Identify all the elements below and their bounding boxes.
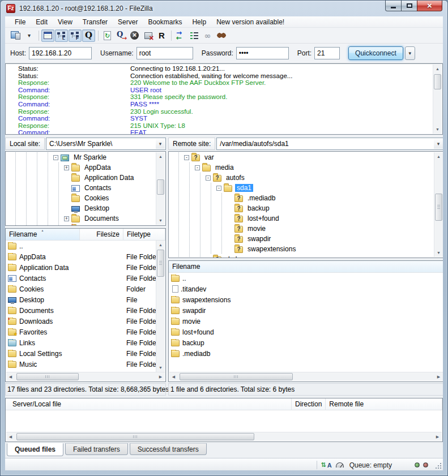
sync-browsing-button[interactable] (201, 29, 214, 42)
scroll-up-button[interactable]: ▲ (156, 152, 165, 161)
scroll-down-button[interactable]: ▼ (156, 363, 165, 372)
file-row[interactable]: DocumentsFile Folder (6, 305, 156, 316)
file-row[interactable]: movie (169, 316, 443, 327)
log-scrollbar[interactable]: ▲ ▼ (433, 65, 442, 134)
menu-item-file[interactable]: File (10, 17, 31, 27)
tree-item[interactable]: -media (169, 162, 434, 173)
transfer-type-icon[interactable] (321, 461, 332, 469)
tree-item[interactable]: +Documents (6, 213, 156, 224)
scroll-left-button[interactable]: ◀ (6, 432, 15, 441)
tree-item[interactable]: -autofs (169, 173, 434, 183)
scroll-left-button[interactable]: ◀ (6, 372, 15, 381)
expander-icon[interactable]: + (64, 216, 69, 221)
tree-item[interactable]: Application Data (6, 173, 156, 183)
expander-icon[interactable]: - (216, 186, 221, 191)
resize-grip[interactable] (434, 462, 442, 470)
tree-item[interactable]: movie (169, 224, 434, 234)
tree-item-selected[interactable]: -sda1 (169, 183, 434, 193)
tree-item[interactable]: lost+found (169, 213, 434, 224)
toggle-remote-tree-button[interactable]: F (69, 29, 82, 42)
file-row[interactable]: FavoritesFile Folder (6, 327, 156, 337)
expander-icon[interactable]: - (195, 165, 200, 170)
menu-item-bookmarks[interactable]: Bookmarks (143, 17, 187, 27)
tree-item[interactable]: +Downloads (6, 224, 156, 225)
menu-item-transfer[interactable]: Transfer (78, 17, 113, 27)
host-input[interactable] (29, 47, 92, 59)
local-site-combobox[interactable]: C:\Users\Mr Sparkle\ (46, 138, 166, 150)
scroll-right-button[interactable]: ▶ (156, 372, 165, 381)
scroll-up-button[interactable]: ▲ (434, 152, 443, 161)
file-row[interactable]: Local SettingsFile Folder (6, 348, 156, 359)
tree-item[interactable]: -var (169, 152, 434, 162)
file-row[interactable]: .titandev (169, 284, 443, 294)
scrollbar-thumb[interactable] (157, 250, 164, 277)
quickconnect-button[interactable]: Quickconnect (348, 46, 403, 60)
quickconnect-dropdown-button[interactable] (405, 46, 415, 60)
menu-item-help[interactable]: Help (187, 17, 211, 27)
site-manager-dropdown-button[interactable] (23, 29, 36, 42)
scroll-up-button[interactable]: ▲ (433, 65, 442, 73)
queue-column-remote-file[interactable]: Remote file (326, 398, 442, 410)
file-row[interactable]: lost+found (169, 327, 443, 337)
remote-tree-scrollbar[interactable]: ▲ ▼ (434, 152, 443, 257)
file-row[interactable]: .mediadb (169, 348, 443, 359)
chevron-down-icon[interactable] (434, 139, 443, 149)
tree-item[interactable]: backup (169, 203, 434, 213)
tab-failed-transfers[interactable]: Failed transfers (65, 443, 128, 455)
column-header-filename[interactable]: Filename (6, 229, 80, 240)
reconnect-button[interactable]: R (155, 29, 168, 42)
file-row[interactable]: swapdir (169, 305, 443, 316)
speed-limit-icon[interactable] (336, 462, 344, 468)
port-input[interactable] (314, 47, 340, 59)
file-row[interactable]: swapextensions (169, 294, 443, 305)
file-row[interactable]: DownloadsFile Folder (6, 316, 156, 327)
local-list-vscrollbar[interactable]: ▲ ▼ (156, 241, 165, 372)
cancel-button[interactable] (128, 29, 141, 42)
scroll-left-button[interactable]: ◀ (169, 372, 178, 381)
column-header-filesize[interactable]: Filesize (80, 229, 123, 240)
menu-item-edit[interactable]: Edit (31, 17, 53, 27)
directory-comparison-button[interactable] (174, 29, 187, 42)
file-row[interactable]: CookiesFolder (6, 284, 156, 294)
queue-hscrollbar[interactable]: ◀ ▶ (6, 432, 442, 441)
maximize-button[interactable] (401, 1, 417, 11)
tree-item[interactable]: Desktop (6, 203, 156, 213)
tab-successful-transfers[interactable]: Successful transfers (130, 443, 207, 455)
scroll-down-button[interactable]: ▼ (433, 125, 442, 134)
scroll-right-button[interactable]: ▶ (434, 372, 443, 381)
expander-icon[interactable]: - (184, 155, 189, 160)
listing-filter-button[interactable] (187, 29, 200, 42)
scrollbar-thumb[interactable] (16, 433, 254, 440)
process-queue-button[interactable]: Q (114, 29, 127, 42)
search-button[interactable] (215, 29, 228, 42)
file-row[interactable]: .. (169, 273, 443, 284)
scrollbar-thumb[interactable] (16, 373, 79, 380)
toggle-local-tree-button[interactable]: L (55, 29, 68, 42)
menu-item-server[interactable]: Server (113, 17, 143, 27)
toggle-log-button[interactable] (41, 29, 54, 42)
file-row[interactable]: .. (6, 241, 156, 251)
tree-item[interactable]: swapdir (169, 234, 434, 244)
file-row[interactable]: LinksFile Folder (6, 337, 156, 348)
menu-item-view[interactable]: View (53, 17, 78, 27)
column-header-filename[interactable]: Filename (169, 261, 443, 272)
local-tree-scrollbar[interactable]: ▲ ▼ (156, 152, 165, 225)
toggle-queue-button[interactable]: Q (82, 29, 95, 42)
expander-icon[interactable]: - (53, 155, 58, 160)
password-input[interactable] (236, 47, 289, 59)
file-row[interactable]: DesktopFile (6, 294, 156, 305)
scrollbar-thumb[interactable] (434, 74, 441, 89)
remote-site-combobox[interactable]: /var/media/autofs/sda1 (216, 138, 443, 150)
file-row[interactable]: MusicFile Folder (6, 359, 156, 370)
queue-column-direction[interactable]: Direction (292, 398, 326, 410)
close-button[interactable] (417, 1, 442, 11)
minimize-button[interactable] (385, 1, 402, 11)
scroll-down-button[interactable]: ▼ (434, 248, 443, 257)
menu-item-new-version[interactable]: New version available! (211, 17, 289, 27)
scroll-up-button[interactable]: ▲ (156, 241, 165, 249)
tree-item[interactable]: -Mr Sparkle (6, 152, 156, 162)
scrollbar-thumb[interactable] (180, 373, 293, 380)
refresh-button[interactable] (101, 29, 114, 42)
expander-icon[interactable]: - (206, 175, 211, 181)
tree-item[interactable]: Contacts (6, 183, 156, 193)
